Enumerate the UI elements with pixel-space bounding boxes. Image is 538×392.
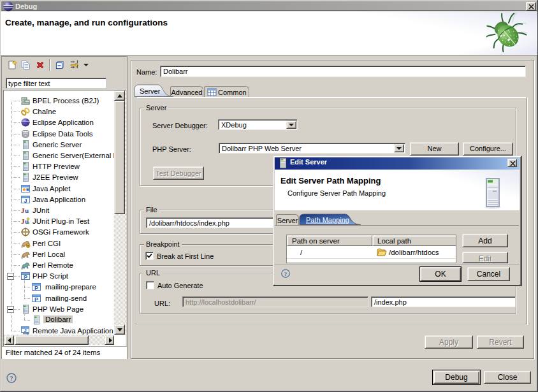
svg-text:?: ? bbox=[284, 271, 287, 277]
svg-text:J: J bbox=[24, 328, 26, 333]
svg-text:Server: Server bbox=[140, 87, 161, 95]
svg-text:?: ? bbox=[10, 375, 13, 382]
svg-text:P: P bbox=[34, 285, 38, 291]
svg-text:u: u bbox=[25, 207, 29, 214]
svg-text:Path Mapping: Path Mapping bbox=[306, 216, 349, 224]
svg-text:P: P bbox=[34, 296, 38, 302]
svg-text:J: J bbox=[24, 197, 27, 203]
